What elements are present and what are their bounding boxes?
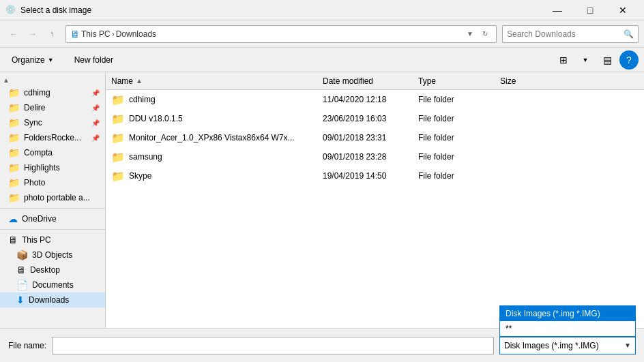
file-type-option-2[interactable]: ** [500,321,635,336]
sidebar-label: Highlights [24,163,100,172]
toolbar: ← → ↑ 🖥 This PC › Downloads ▼ ↻ 🔍 [0,20,644,48]
window-icon: 💿 [5,5,16,16]
address-bar-end: ▼ ↻ [463,27,492,41]
sidebar-item-3d-objects[interactable]: 📦 3D Objects [0,247,105,262]
sidebar-label: 3D Objects [32,250,100,260]
folder-icon: 📁 [8,192,20,203]
sidebar: ▲ 📁 cdhimg 📌 📁 Delire 📌 📁 Sync 📌 📁 Folde… [0,72,106,328]
folder-icon: 📁 [8,117,20,128]
col-header-type[interactable]: Type [418,76,500,86]
sidebar-label: Photo [24,178,100,187]
address-this-pc[interactable]: This PC [81,29,111,39]
back-button[interactable]: ← [5,26,22,42]
action-bar: Organize ▼ New folder ⊞ ▼ ▤ ? [0,48,644,72]
folder-icon: 📁 [111,132,125,145]
search-icon: 🔍 [624,29,634,39]
col-header-size[interactable]: Size [500,76,555,86]
folder-icon: 📁 [111,93,125,106]
sidebar-scroll: ▲ 📁 cdhimg 📌 📁 Delire 📌 📁 Sync 📌 📁 Folde… [0,75,105,307]
organize-dropdown-icon: ▼ [48,57,54,63]
this-pc-icon: 🖥 [70,29,80,40]
pin-icon: 📌 [91,89,100,97]
address-separator: › [112,29,115,39]
address-content: 🖥 This PC › Downloads [70,29,460,40]
file-name: samsung [129,152,162,162]
sidebar-label: Delire [24,103,87,112]
file-type: File folder [418,171,500,181]
folder-icon: 📁 [8,87,20,98]
sidebar-item-photo-portable[interactable]: 📁 photo portable a... [0,190,105,205]
search-input[interactable] [507,29,621,39]
table-row[interactable]: 📁 Skype 19/04/2019 14:50 File folder [106,166,644,185]
address-refresh-button[interactable]: ↻ [478,27,492,41]
sidebar-item-documents[interactable]: 📄 Documents [0,277,105,292]
sidebar-item-onedrive[interactable]: ☁ OneDrive [0,211,105,226]
help-button[interactable]: ? [619,50,639,70]
sidebar-item-highlights[interactable]: 📁 Highlights [0,160,105,175]
search-box: 🔍 [502,25,639,43]
organize-button[interactable]: Organize ▼ [5,52,60,68]
address-current[interactable]: Downloads [116,29,156,39]
sidebar-label: Downloads [29,295,100,305]
file-date: 09/01/2018 23:28 [323,152,418,162]
sidebar-item-compta[interactable]: 📁 Compta [0,145,105,160]
view-options-button[interactable]: ⊞ [554,50,573,70]
file-type-container: Disk Images (*.img *.IMG) ▼ Disk Images … [499,337,636,355]
maximize-button[interactable]: □ [574,0,606,20]
sidebar-label: This PC [22,235,100,245]
file-name: DDU v18.0.1.5 [129,114,183,123]
title-bar-controls: — □ ✕ [542,0,639,20]
help-icon: ? [626,55,632,65]
table-row[interactable]: 📁 DDU v18.0.1.5 23/06/2019 16:03 File fo… [106,109,644,128]
file-type: File folder [418,152,500,162]
folder-icon: 📁 [8,102,20,113]
close-button[interactable]: ✕ [607,0,639,20]
file-name-field[interactable] [52,337,494,355]
table-row[interactable]: 📁 samsung 09/01/2018 23:28 File folder [106,147,644,166]
up-button[interactable]: ↑ [44,26,60,42]
minimize-button[interactable]: — [542,0,573,20]
view-dropdown-button[interactable]: ▼ [576,50,595,70]
desktop-icon: 🖥 [16,265,26,275]
sidebar-item-downloads[interactable]: ⬇ Downloads [0,292,105,307]
sidebar-item-desktop[interactable]: 🖥 Desktop [0,262,105,277]
new-folder-label: New folder [74,55,113,65]
view-dropdown-icon: ▼ [583,57,589,63]
sidebar-item-delire[interactable]: 📁 Delire 📌 [0,100,105,115]
window-title: Select a disk image [20,5,91,15]
folder-icon: 📁 [8,147,20,158]
pinned-collapse-icon[interactable]: ▲ [3,76,10,84]
file-list-header: Name ▲ Date modified Type Size [106,72,644,90]
table-row[interactable]: 📁 Monitor_Acer_1.0_XPx86 Vistax86x64 W7x… [106,128,644,147]
file-date: 23/06/2019 16:03 [323,114,418,123]
organize-label: Organize [12,55,45,65]
preview-icon: ▤ [603,55,612,65]
file-type: File folder [418,133,500,142]
onedrive-icon: ☁ [8,213,18,224]
sidebar-label: photo portable a... [24,193,100,202]
file-name: cdhimg [129,95,156,104]
file-date: 09/01/2018 23:31 [323,133,418,142]
preview-pane-button[interactable]: ▤ [598,50,617,70]
new-folder-button[interactable]: New folder [68,52,119,68]
col-header-date[interactable]: Date modified [323,76,418,86]
file-type-option-1[interactable]: Disk Images (*.img *.IMG) [500,306,635,321]
sidebar-item-photo[interactable]: 📁 Photo [0,175,105,190]
table-row[interactable]: 📁 cdhimg 11/04/2020 12:18 File folder [106,90,644,109]
sidebar-label: Sync [24,118,87,127]
documents-icon: 📄 [16,280,28,290]
forward-button[interactable]: → [25,26,41,42]
address-dropdown-button[interactable]: ▼ [463,27,477,41]
file-list: Name ▲ Date modified Type Size 📁 cdhimg … [106,72,644,328]
action-bar-right: ⊞ ▼ ▤ ? [554,50,639,70]
sort-arrow-icon: ▲ [136,77,143,85]
file-type-dropdown[interactable]: Disk Images (*.img *.IMG) ▼ [499,337,636,355]
sidebar-item-this-pc[interactable]: 🖥 This PC [0,232,105,247]
computer-icon: 🖥 [8,235,18,245]
col-header-name[interactable]: Name ▲ [111,76,323,86]
sidebar-label: Desktop [30,265,100,275]
sidebar-item-cdhimg[interactable]: 📁 cdhimg 📌 [0,85,105,100]
sidebar-item-foldersrocke[interactable]: 📁 FoldersRocke... 📌 [0,130,105,145]
sidebar-item-sync[interactable]: 📁 Sync 📌 [0,115,105,130]
sidebar-label: Compta [24,148,100,157]
